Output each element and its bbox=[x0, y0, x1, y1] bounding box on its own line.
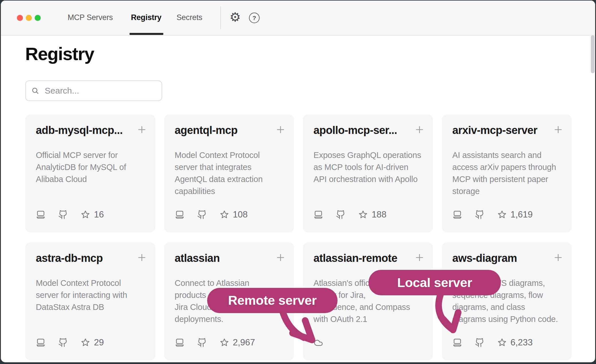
add-server-button[interactable] bbox=[554, 253, 562, 262]
active-tab-underline bbox=[130, 33, 163, 35]
description-line: AI assistants search and bbox=[452, 149, 563, 161]
server-description: Model Context Protocolserver for interac… bbox=[25, 277, 155, 313]
star-count: 6,233 bbox=[511, 337, 533, 348]
server-name: atlassian bbox=[175, 252, 220, 264]
server-description: Exposes GraphQL operationsas MCP tools f… bbox=[303, 149, 433, 185]
description-line: Exposes GraphQL operations bbox=[313, 149, 424, 161]
server-card-agentql-mcp[interactable]: agentql-mcpModel Context Protocolserver … bbox=[164, 114, 294, 232]
server-card-apollo-mcp-ser[interactable]: apollo-mcp-ser...Exposes GraphQL operati… bbox=[303, 114, 433, 232]
server-card-arxiv-mcp-server[interactable]: arxiv-mcp-serverAI assistants search and… bbox=[442, 114, 572, 232]
star-count: 188 bbox=[372, 209, 387, 220]
description-line: server for interacting with bbox=[36, 289, 147, 301]
star-icon bbox=[219, 338, 229, 347]
card-footer: 1,619 bbox=[452, 209, 533, 220]
add-server-button[interactable] bbox=[276, 253, 285, 262]
github-stars: 108 bbox=[219, 209, 248, 220]
description-line: with OAuth 2.1 bbox=[313, 313, 424, 325]
github-icon bbox=[197, 338, 207, 347]
traffic-lights bbox=[17, 15, 41, 21]
card-header: astra-db-mcp bbox=[25, 242, 155, 264]
server-name: apollo-mcp-ser... bbox=[313, 124, 397, 136]
star-count: 2,967 bbox=[233, 337, 255, 348]
server-card-adb-mysql-mcp[interactable]: adb-mysql-mcp...Official MCP server forA… bbox=[25, 114, 155, 232]
plus-icon bbox=[276, 125, 285, 134]
github-icon bbox=[197, 210, 207, 219]
github-stars: 16 bbox=[81, 209, 104, 220]
card-footer: 108 bbox=[175, 209, 248, 220]
page-title: Registry bbox=[25, 43, 94, 64]
github-icon bbox=[475, 210, 485, 219]
search-input[interactable] bbox=[44, 86, 156, 96]
server-description: Official MCP server forAnalyticDB for My… bbox=[25, 149, 155, 185]
github-icon bbox=[475, 338, 485, 347]
card-footer: 2,967 bbox=[175, 337, 255, 348]
laptop-icon bbox=[175, 210, 185, 219]
server-name: astra-db-mcp bbox=[36, 252, 103, 264]
description-line: storage bbox=[452, 185, 563, 197]
tab-secrets[interactable]: Secrets bbox=[177, 13, 202, 22]
laptop-icon bbox=[452, 210, 462, 219]
plus-icon bbox=[138, 125, 146, 134]
star-icon bbox=[497, 210, 507, 219]
tab-registry[interactable]: Registry bbox=[131, 13, 161, 22]
description-line: Official MCP server for bbox=[36, 149, 147, 161]
close-button[interactable] bbox=[17, 15, 23, 21]
star-icon bbox=[497, 338, 507, 347]
add-server-button[interactable] bbox=[554, 125, 562, 134]
description-line: deployments. bbox=[175, 313, 286, 325]
star-count: 1,619 bbox=[511, 209, 533, 220]
add-server-button[interactable] bbox=[276, 125, 285, 134]
app-window: MCP ServersRegistrySecrets ⚙ ? Registry … bbox=[1, 1, 595, 362]
star-icon bbox=[81, 338, 90, 347]
plus-icon bbox=[276, 253, 285, 262]
github-stars: 188 bbox=[358, 209, 387, 220]
description-line: API orchestration with Apollo bbox=[313, 173, 424, 185]
github-icon bbox=[336, 210, 346, 219]
card-footer: 6,233 bbox=[452, 337, 533, 348]
card-header: atlassian-remote bbox=[303, 242, 433, 264]
description-line: as MCP tools for AI-driven bbox=[313, 161, 424, 173]
tab-mcp-servers[interactable]: MCP Servers bbox=[68, 13, 113, 22]
description-line: Alibaba Cloud bbox=[36, 173, 147, 185]
github-stars: 6,233 bbox=[497, 337, 533, 348]
plus-icon bbox=[415, 125, 424, 134]
card-footer: 16 bbox=[36, 209, 104, 220]
plus-icon bbox=[554, 125, 562, 134]
add-server-button[interactable] bbox=[415, 253, 424, 262]
card-footer bbox=[313, 338, 323, 348]
description-line: AnalyticDB for MySQL of bbox=[36, 161, 147, 173]
server-card-astra-db-mcp[interactable]: astra-db-mcpModel Context Protocolserver… bbox=[25, 242, 155, 360]
server-name: atlassian-remote bbox=[313, 252, 397, 264]
description-line: AgentQL data extraction bbox=[175, 173, 286, 185]
local-server-callout: Local server bbox=[368, 270, 501, 295]
scrollbar-thumb[interactable] bbox=[591, 35, 595, 73]
github-icon bbox=[58, 338, 68, 347]
plus-icon bbox=[415, 253, 424, 262]
star-count: 16 bbox=[94, 209, 104, 220]
help-icon[interactable]: ? bbox=[249, 13, 260, 23]
server-card-grid: adb-mysql-mcp...Official MCP server forA… bbox=[25, 114, 572, 360]
star-count: 108 bbox=[233, 209, 248, 220]
github-stars: 29 bbox=[81, 337, 104, 348]
minimize-button[interactable] bbox=[26, 15, 32, 21]
description-line: access arXiv papers through bbox=[452, 161, 563, 173]
add-server-button[interactable] bbox=[138, 125, 146, 134]
zoom-button[interactable] bbox=[35, 15, 41, 21]
description-line: Connect to Atlassian bbox=[175, 277, 286, 289]
github-stars: 2,967 bbox=[219, 337, 255, 348]
add-server-button[interactable] bbox=[138, 253, 146, 262]
server-description: Model Context Protocolserver that integr… bbox=[164, 149, 294, 197]
description-line: diagrams using Python code. bbox=[452, 313, 563, 325]
server-name: agentql-mcp bbox=[175, 124, 238, 136]
remote-server-callout: Remote server bbox=[207, 288, 338, 313]
card-footer: 188 bbox=[313, 209, 387, 220]
star-icon bbox=[219, 210, 229, 219]
gear-icon[interactable]: ⚙ bbox=[230, 11, 241, 23]
plus-icon bbox=[138, 253, 146, 262]
github-stars: 1,619 bbox=[497, 209, 533, 220]
add-server-button[interactable] bbox=[415, 125, 424, 134]
description-line: DataStax Astra DB bbox=[36, 301, 147, 313]
server-card-aws-diagram[interactable]: aws-diagramGenerate AWS diagrams,sequenc… bbox=[442, 242, 572, 360]
card-header: aws-diagram bbox=[442, 242, 572, 264]
server-name: arxiv-mcp-server bbox=[452, 124, 538, 136]
